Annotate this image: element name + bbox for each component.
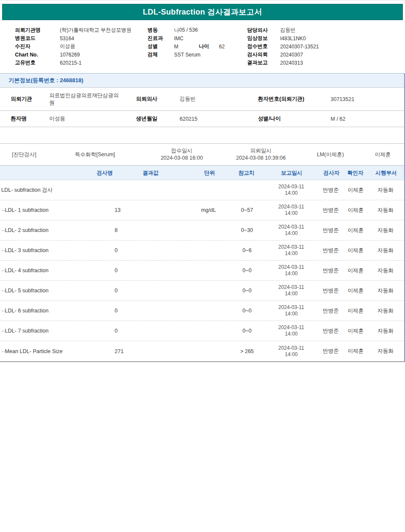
report-date: 2024-03-11 — [265, 244, 317, 250]
result-row: ··LDL- 5 subfraction00~02024-03-1114:00반… — [0, 281, 404, 301]
basic-info-title: 기본정보(등록번호 : 2468818) — [9, 77, 83, 84]
info-row: 검체SST Serum — [148, 51, 247, 59]
info-row: 고유번호620215-1 — [15, 59, 148, 67]
top-info-col2: 병동나05 / 536진료과IMC성별M나이62검체SST Serum — [148, 26, 247, 67]
report-time: 14:00 — [265, 210, 317, 217]
department-cell: 자동화 — [367, 287, 404, 294]
report-date: 2024-03-11 — [265, 204, 317, 210]
info-label: 고유번호 — [15, 59, 60, 66]
report-date: 2024-03-11 — [265, 324, 317, 331]
report-title-bar: LDL-Subfraction 검사결과보고서 — [2, 4, 403, 20]
exam-receipt-datetime: 2024-03-08 16:00 — [141, 155, 222, 162]
result-row: ··LDL- 7 subfraction00~02024-03-1114:00반… — [0, 321, 404, 341]
field-label: 환자명 — [0, 115, 49, 122]
result-row: ··Mean LDL- Particle Size271> 2652024-03… — [0, 341, 404, 361]
examiner-cell: 반병준 — [317, 207, 344, 214]
top-info: 의뢰기관명(학)가톨릭대학교 부천성모병원병원코드53164수진자이성용Char… — [0, 20, 405, 71]
reference-cell: 0~0 — [229, 308, 265, 314]
info-label: 임상정보 — [247, 35, 280, 42]
examiner-cell: 반병준 — [317, 327, 344, 335]
result-value-cell: 0 — [113, 308, 188, 314]
examiner-cell: 반병준 — [317, 287, 344, 294]
report-date: 2024-03-11 — [265, 345, 317, 351]
info-label: 의뢰기관명 — [15, 27, 60, 34]
field-value: 이성용 — [49, 115, 121, 122]
info-value: 620215-1 — [60, 60, 82, 66]
basic-info-header: 기본정보(등록번호 : 2468818) — [0, 73, 404, 88]
report-datetime-cell: 2024-03-1114:00 — [265, 284, 317, 297]
test-name-cell: ··LDL- 1 subfraction — [0, 207, 113, 213]
exam-section-row: [진단검사] 특수화학[Serum] 접수일시 2024-03-08 16:00… — [0, 143, 404, 166]
info-row: Chart No.1076269 — [15, 51, 148, 59]
info-label: 진료과 — [148, 35, 174, 42]
result-row: ··LDL- 4 subfraction00~02024-03-1114:00반… — [0, 261, 404, 281]
report-datetime-cell: 2024-03-1114:00 — [265, 324, 317, 337]
examiner-cell: 반병준 — [317, 348, 344, 355]
result-value-cell: 271 — [113, 348, 188, 354]
report-date: 2024-03-11 — [265, 184, 317, 190]
department-cell: 자동화 — [367, 187, 404, 194]
info-row: 임상정보I483L1NK0 — [247, 34, 405, 42]
result-value-cell: 8 — [113, 227, 188, 233]
result-row: ··LDL- 3 subfraction00~62024-03-1114:00반… — [0, 241, 404, 261]
info-value: 20240307 — [280, 52, 303, 58]
info-value: 62 — [219, 44, 244, 50]
report-time: 14:00 — [265, 311, 317, 317]
report-date: 2024-03-11 — [265, 304, 317, 311]
info-row: 의뢰기관명(학)가톨릭대학교 부천성모병원 — [15, 26, 148, 34]
field-label: 성별/나이 — [254, 115, 331, 122]
result-value-cell: 0 — [113, 267, 188, 273]
exam-category: [진단검사] — [0, 151, 60, 158]
exam-request-block: 의뢰일시 2024-03-08 10:39:06 — [222, 147, 299, 162]
info-value: 20240307-13521 — [280, 44, 319, 50]
reference-cell: 0~0 — [229, 267, 265, 273]
info-value: 김동빈 — [280, 27, 296, 34]
column-header: 시행부서 — [375, 169, 397, 176]
test-name-cell: ··LDL- 4 subfraction — [0, 267, 113, 273]
top-info-col3: 담당의사김동빈임상정보I483L1NK0접수번호20240307-13521검사… — [247, 26, 405, 67]
exam-request-datetime: 2024-03-08 10:39:06 — [222, 155, 299, 162]
result-row: LDL- subfraction 검사2024-03-1114:00반병준이제훈… — [0, 180, 404, 200]
field-label: 환자번호(의뢰기관) — [254, 95, 331, 103]
field-value: 30713521 — [331, 96, 404, 102]
confirmer-cell: 이제훈 — [344, 307, 367, 315]
confirmer-cell: 이제훈 — [344, 327, 367, 335]
confirmer-cell: 이제훈 — [344, 247, 367, 254]
basic-info-table: 의뢰기관의료법인삼광의료재단삼광의원의뢰의사김동빈환자번호(의뢰기관)30713… — [0, 88, 404, 127]
confirmer-cell: 이제훈 — [344, 287, 367, 294]
test-name-cell: ··LDL- 5 subfraction — [0, 288, 113, 294]
department-cell: 자동화 — [367, 327, 404, 335]
result-value-cell: 0 — [113, 288, 188, 294]
unit-cell: mg/dL — [188, 207, 229, 213]
report-datetime-cell: 2024-03-1114:00 — [265, 224, 317, 237]
report-body: 기본정보(등록번호 : 2468818) 의뢰기관의료법인삼광의료재단삼광의원의… — [0, 73, 405, 362]
report-page: LDL-Subfraction 검사결과보고서 의뢰기관명(학)가톨릭대학교 부… — [0, 0, 405, 532]
field-label: 생년월일 — [135, 115, 180, 122]
result-value-cell: 13 — [113, 207, 188, 213]
report-datetime-cell: 2024-03-1114:00 — [265, 184, 317, 196]
report-date: 2024-03-11 — [265, 284, 317, 291]
field-label: 의뢰기관 — [0, 95, 49, 103]
basic-info-row: 환자명이성용생년월일620215성별/나이M / 62 — [0, 111, 404, 127]
info-value: 20240313 — [280, 60, 303, 66]
test-name-cell: LDL- subfraction 검사 — [0, 187, 113, 194]
report-time: 14:00 — [265, 351, 317, 358]
department-cell: 자동화 — [367, 207, 404, 214]
column-header: 검사명 — [97, 169, 113, 176]
field-value: 의료법인삼광의료재단삼광의원 — [49, 92, 121, 107]
department-cell: 자동화 — [367, 247, 404, 254]
info-value: (학)가톨릭대학교 부천성모병원 — [60, 27, 131, 34]
test-name-cell: ··Mean LDL- Particle Size — [0, 348, 113, 354]
info-value: M — [174, 44, 199, 50]
result-value-cell: 0 — [113, 328, 188, 334]
column-header: 단위 — [204, 169, 215, 176]
test-name-cell: ··LDL- 7 subfraction — [0, 328, 113, 334]
report-time: 14:00 — [265, 250, 317, 257]
column-header: 결과값 — [142, 169, 159, 176]
report-date: 2024-03-11 — [265, 264, 317, 270]
report-time: 14:00 — [265, 190, 317, 196]
info-value: 1076269 — [60, 52, 80, 58]
info-label: 검사의뢰 — [247, 51, 280, 58]
field-value: 620215 — [180, 116, 254, 122]
info-row: 접수번호20240307-13521 — [247, 42, 405, 51]
